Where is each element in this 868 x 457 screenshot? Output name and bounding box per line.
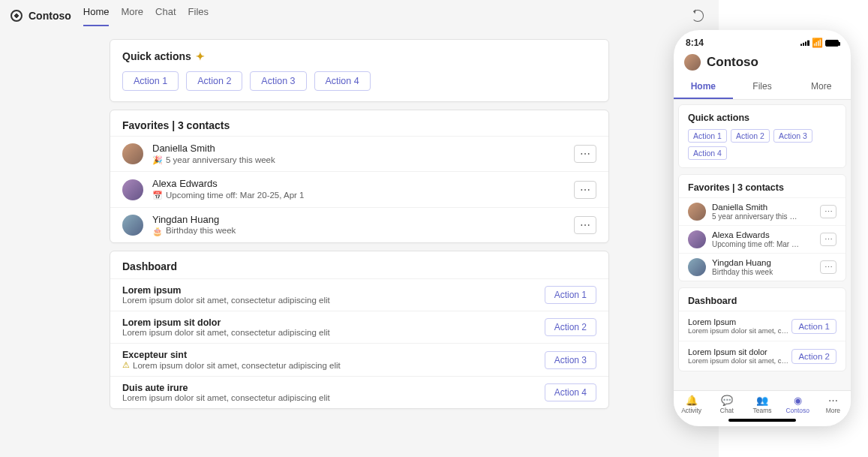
- more-menu-button[interactable]: ⋯: [574, 145, 596, 163]
- avatar-icon: [122, 179, 143, 200]
- topbar: Contoso Home More Chat Files: [0, 0, 719, 32]
- refresh-icon[interactable]: [692, 10, 704, 22]
- celebration-icon: 🎉: [152, 155, 163, 165]
- contact-status: Birthday this week: [712, 268, 773, 276]
- avatar-icon: [688, 230, 706, 248]
- cake-icon: 🎂: [152, 227, 163, 236]
- app-logo-icon: [11, 10, 23, 22]
- avatar-icon: [688, 203, 706, 221]
- dash-action-1[interactable]: Action 1: [545, 286, 596, 304]
- more-menu-button[interactable]: ⋯: [574, 181, 596, 199]
- tab-more[interactable]: More: [121, 6, 143, 26]
- wifi-icon: 📶: [812, 38, 823, 48]
- more-menu-button[interactable]: ⋯: [574, 216, 596, 234]
- dash-item-title: Excepteur sint: [122, 350, 545, 360]
- home-indicator[interactable]: [728, 419, 796, 422]
- main-content: Quick actions ✦ Action 1 Action 2 Action…: [0, 39, 719, 424]
- quick-action-4[interactable]: Action 4: [314, 71, 371, 91]
- mob-fav-card: Favorites | 3 contacts Daniella Smith 5 …: [678, 174, 846, 281]
- tab-chat[interactable]: Chat: [155, 6, 176, 26]
- quick-actions-title: Quick actions ✦: [122, 50, 596, 62]
- mobile-statusbar: 8:14 📶: [674, 30, 851, 51]
- contact-status: 📅Upcoming time off: Mar 20-25, Apr 1: [152, 191, 305, 201]
- mob-quick-4[interactable]: Action 4: [688, 146, 727, 160]
- mob-tab-more[interactable]: More: [791, 75, 851, 99]
- quick-action-3[interactable]: Action 3: [250, 71, 306, 91]
- avatar-icon: [122, 143, 143, 164]
- mob-fav-row[interactable]: Daniella Smith 5 year anniversary this w…: [679, 197, 845, 225]
- contact-name: Daniella Smith: [712, 203, 802, 212]
- favorites-card: Favorites | 3 contacts Daniella Smith 🎉5…: [110, 110, 609, 243]
- dash-item-title: Lorem Ipsum sit dolor: [688, 347, 791, 356]
- dashboard-row: Excepteur sint ⚠Lorem ipsum dolor sit am…: [110, 343, 608, 376]
- nav-contoso[interactable]: ◉Contoso: [780, 394, 815, 414]
- mob-tab-home[interactable]: Home: [674, 75, 733, 99]
- dashboard-row: Lorem ipsum sit dolor Lorem ipsum dolor …: [110, 311, 608, 343]
- quick-action-1[interactable]: Action 1: [122, 71, 179, 91]
- nav-teams[interactable]: 👥Teams: [744, 394, 779, 414]
- desktop-app: Contoso Home More Chat Files Quick actio…: [0, 0, 719, 457]
- dash-item-title: Lorem ipsum sit dolor: [122, 317, 545, 328]
- mobile-tabs: Home Files More: [674, 75, 851, 100]
- dashboard-row: Duis aute irure Lorem ipsum dolor sit am…: [110, 376, 608, 408]
- nav-chat[interactable]: 💬Chat: [709, 394, 744, 414]
- contact-name: Yingdan Huang: [152, 214, 236, 226]
- contact-name: Alexa Edwards: [152, 178, 305, 190]
- status-time: 8:14: [686, 38, 704, 48]
- mob-dash-action-1[interactable]: Action 1: [791, 319, 836, 334]
- dash-item-sub: Lorem ipsum dolor sit amet, consectetur …: [122, 328, 545, 337]
- dash-action-2[interactable]: Action 2: [545, 318, 596, 336]
- battery-icon: [825, 40, 839, 47]
- quick-actions-card: Quick actions ✦ Action 1 Action 2 Action…: [110, 39, 609, 102]
- mob-quick-title: Quick actions: [688, 113, 836, 123]
- calendar-icon: 📅: [152, 191, 163, 200]
- tab-files[interactable]: Files: [188, 6, 209, 26]
- avatar-icon: [122, 215, 143, 236]
- mob-fav-title: Favorites | 3 contacts: [688, 182, 836, 193]
- app-icon: ◉: [791, 394, 803, 406]
- teams-icon: 👥: [756, 394, 768, 406]
- more-menu-button[interactable]: ⋯: [820, 233, 836, 246]
- favorite-row-1[interactable]: Daniella Smith 🎉5 year anniversary this …: [110, 136, 608, 171]
- more-menu-button[interactable]: ⋯: [820, 205, 836, 218]
- mob-quick-3[interactable]: Action 3: [773, 129, 812, 143]
- favorite-row-3[interactable]: Yingdan Huang 🎂Birthday this week ⋯: [110, 207, 608, 242]
- mob-dash-row: Lorem Ipsum sit dolor Lorem ipsum dolor …: [679, 341, 845, 371]
- bell-icon: 🔔: [686, 394, 698, 406]
- dash-item-sub: ⚠Lorem ipsum dolor sit amet, consectetur…: [122, 360, 545, 370]
- mob-dash-row: Lorem Ipsum Lorem ipsum dolor sit amet, …: [679, 311, 845, 341]
- contact-name: Daniella Smith: [152, 143, 275, 155]
- mob-tab-files[interactable]: Files: [733, 75, 792, 99]
- dashboard-title: Dashboard: [110, 251, 608, 278]
- mob-fav-row[interactable]: Yingdan Huang Birthday this week ⋯: [679, 253, 845, 281]
- dash-action-3[interactable]: Action 3: [545, 351, 596, 369]
- mob-dash-action-2[interactable]: Action 2: [791, 349, 836, 364]
- dashboard-row: Lorem ipsum Lorem ipsum dolor sit amet, …: [110, 278, 608, 311]
- dash-item-sub: Lorem ipsum dolor sit amet, consectetur …: [122, 296, 545, 305]
- mob-quick-1[interactable]: Action 1: [688, 129, 727, 143]
- dash-action-4[interactable]: Action 4: [545, 383, 596, 401]
- avatar-icon: [688, 258, 706, 276]
- mobile-scroll[interactable]: Quick actions Action 1 Action 2 Action 3…: [674, 100, 851, 390]
- mobile-header: Contoso: [674, 51, 851, 75]
- contact-status: Upcoming time off: Mar 20-2...: [712, 240, 802, 248]
- mob-fav-row[interactable]: Alexa Edwards Upcoming time off: Mar 20-…: [679, 225, 845, 253]
- dash-item-sub: Lorem ipsum dolor sit amet, con...: [688, 356, 791, 365]
- nav-activity[interactable]: 🔔Activity: [674, 394, 709, 414]
- favorites-title: Favorites | 3 contacts: [110, 110, 608, 136]
- more-menu-button[interactable]: ⋯: [820, 260, 836, 274]
- contact-status: 5 year anniversary this week: [712, 212, 802, 221]
- mob-quick-2[interactable]: Action 2: [731, 129, 770, 143]
- nav-more[interactable]: ⋯More: [815, 394, 851, 414]
- topnav: Home More Chat Files: [83, 6, 209, 26]
- quick-action-2[interactable]: Action 2: [186, 71, 242, 91]
- mobile-bottom-nav: 🔔Activity 💬Chat 👥Teams ◉Contoso ⋯More: [674, 390, 851, 416]
- dash-item-sub: Lorem ipsum dolor sit amet, con...: [688, 326, 791, 335]
- user-avatar-icon[interactable]: [684, 54, 701, 71]
- dash-item-title: Lorem ipsum: [122, 285, 545, 296]
- contact-status: 🎂Birthday this week: [152, 226, 236, 236]
- mob-quick-card: Quick actions Action 1 Action 2 Action 3…: [678, 104, 846, 168]
- favorite-row-2[interactable]: Alexa Edwards 📅Upcoming time off: Mar 20…: [110, 171, 608, 206]
- status-icons: 📶: [800, 38, 839, 48]
- tab-home[interactable]: Home: [83, 6, 110, 26]
